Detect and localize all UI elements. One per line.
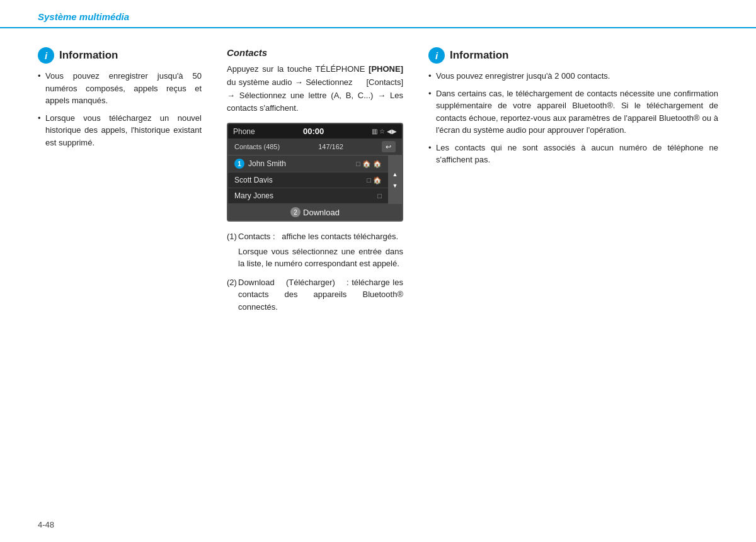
phone-contacts-bar: Contacts (485) 147/162 ↩	[228, 138, 402, 155]
right-info-box: i Information Vous pouvez enregistrer ju…	[428, 47, 718, 171]
content-area: i Information Vous pouvez enregistrer ju…	[0, 28, 756, 538]
left-column: i Information Vous pouvez enregistrer ju…	[38, 47, 214, 525]
header-title: Système multimédia	[38, 11, 129, 22]
phone-screen: Phone 00:00 ▥ ☆ ◀▶ Contacts (485) 147/16…	[227, 123, 403, 222]
phone-top-bar: Phone 00:00 ▥ ☆ ◀▶	[228, 124, 402, 138]
contacts-instruction: Appuyez sur la touche TÉLÉPHONE [PHONE] …	[227, 63, 403, 115]
contact-name-mary: Mary Jones	[234, 191, 273, 200]
download-bar[interactable]: 2 Download	[228, 204, 402, 220]
left-info-box: i Information Vous pouvez enregistrer ju…	[38, 47, 202, 154]
contacts-list-wrapper: 1 John Smith □ 🏠 🏠 Scott Davis □ 🏠 Mary …	[228, 155, 402, 204]
right-bullet-2: Dans certains cas, le téléchargement de …	[428, 88, 718, 137]
contact-icons-scott: □ 🏠	[367, 176, 382, 184]
right-bullet-1: Vous pouvez enregistrer jusqu'à 2 000 co…	[428, 70, 718, 82]
phone-top-right: ▥ ☆ ◀▶	[372, 128, 397, 135]
note-1-main: Contacts : affiche les contacts téléchar…	[238, 232, 398, 241]
note-1-num: (1)	[227, 230, 237, 243]
back-button[interactable]: ↩	[382, 141, 396, 152]
left-bullet-2: Lorsque vous téléchargez un nouvel histo…	[38, 112, 202, 149]
note-2: (2) Download (Télécharger) : télécharge …	[227, 276, 403, 313]
page-footer: 4-48	[38, 520, 54, 529]
contact-number-badge: 1	[234, 159, 244, 169]
phone-top-left: Phone	[233, 127, 255, 136]
note-1-sub: Lorsque vous sélectionnez une entrée dan…	[238, 246, 403, 270]
contact-row-john[interactable]: 1 John Smith □ 🏠 🏠	[228, 155, 388, 172]
phone-top-center: 00:00	[303, 127, 324, 136]
right-info-title-row: i Information	[428, 47, 718, 64]
contact-name-scott: Scott Davis	[234, 176, 273, 184]
left-info-title: Information	[59, 49, 118, 62]
contact-name-john: John Smith	[248, 159, 286, 168]
contact-row-mary[interactable]: Mary Jones □	[228, 188, 388, 204]
contact-row-scott[interactable]: Scott Davis □ 🏠	[228, 172, 388, 188]
scroll-down-icon[interactable]: ▼	[392, 183, 398, 189]
contacts-page: 147/162	[318, 143, 343, 150]
right-info-bullets: Vous pouvez enregistrer jusqu'à 2 000 co…	[428, 70, 718, 171]
download-number-badge: 2	[290, 207, 301, 217]
note-2-num: (2)	[227, 276, 237, 289]
page-number: 4-48	[38, 520, 54, 529]
right-info-title: Information	[450, 49, 509, 62]
right-bullet-3: Les contacts qui ne sont associés à aucu…	[428, 142, 718, 166]
left-bullet-1: Vous pouvez enregistrer jusqu'à 50 numér…	[38, 70, 202, 107]
left-info-bullets: Vous pouvez enregistrer jusqu'à 50 numér…	[38, 70, 202, 154]
scroll-arrows[interactable]: ▲ ▼	[388, 155, 402, 204]
middle-column: Contacts Appuyez sur la touche TÉLÉPHONE…	[214, 47, 416, 525]
scroll-up-icon[interactable]: ▲	[392, 171, 398, 178]
right-column: i Information Vous pouvez enregistrer ju…	[416, 47, 718, 525]
page-header: Système multimédia	[0, 0, 756, 28]
contacts-count: Contacts (485)	[234, 143, 280, 150]
left-info-icon: i	[38, 47, 54, 64]
contact-icons-john: □ 🏠 🏠	[356, 160, 382, 168]
left-info-title-row: i Information	[38, 47, 202, 64]
contacts-notes: (1) Contacts : affiche les contacts télé…	[227, 230, 403, 313]
contacts-heading: Contacts	[227, 47, 403, 58]
note-1: (1) Contacts : affiche les contacts télé…	[227, 230, 403, 270]
right-info-icon: i	[428, 47, 445, 64]
download-text: Download	[303, 208, 340, 217]
note-2-main: Download (Télécharger) : télécharge les …	[238, 278, 403, 312]
download-label: 2 Download	[228, 207, 402, 217]
contacts-list: 1 John Smith □ 🏠 🏠 Scott Davis □ 🏠 Mary …	[228, 155, 388, 204]
contact-icons-mary: □	[377, 192, 382, 200]
